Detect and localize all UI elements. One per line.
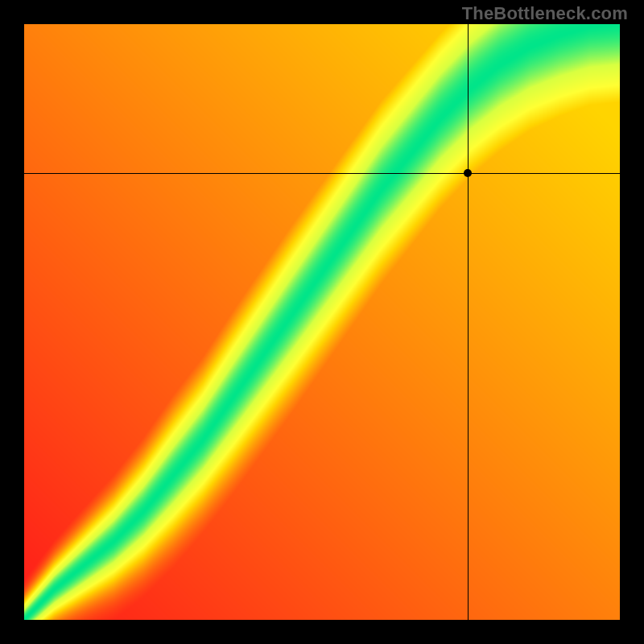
crosshair-vertical (468, 24, 469, 620)
crosshair-point (464, 169, 472, 177)
chart-container: TheBottleneck.com (0, 0, 644, 644)
heatmap-plot (24, 24, 620, 620)
crosshair-horizontal (24, 173, 620, 174)
watermark-text: TheBottleneck.com (462, 3, 628, 24)
heatmap-canvas (24, 24, 620, 620)
